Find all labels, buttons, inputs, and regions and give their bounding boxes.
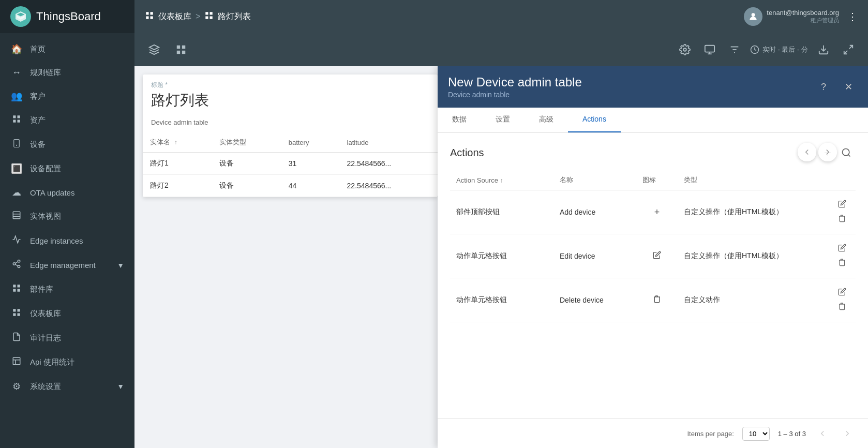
next-widget-button[interactable] — [818, 143, 837, 161]
widget-subtitle: Device admin table — [151, 118, 429, 126]
download-button[interactable] — [814, 40, 833, 59]
search-actions-button[interactable] — [837, 143, 856, 162]
audit-log-icon — [10, 332, 23, 344]
sidebar-item-assets[interactable]: 资产 — [0, 108, 134, 132]
sidebar-item-dashboards[interactable]: 仪表板库 — [0, 302, 134, 326]
sidebar-label-settings: 系统设置 — [30, 382, 117, 392]
svg-rect-3 — [18, 120, 20, 123]
sidebar-item-device-config[interactable]: 🔳 设备配置 — [0, 157, 134, 181]
svg-rect-35 — [177, 46, 180, 49]
items-per-page-select[interactable]: 10 25 50 — [742, 427, 770, 441]
row2-name: Edit device — [553, 234, 636, 278]
help-button[interactable]: ? — [814, 78, 833, 96]
svg-line-53 — [848, 155, 850, 157]
row2-entity-type: 设备 — [212, 175, 281, 197]
fullscreen-button[interactable] — [839, 40, 858, 59]
svg-point-5 — [16, 145, 17, 146]
svg-rect-29 — [206, 12, 208, 14]
sidebar-logo[interactable]: ThingsBoard — [0, 0, 134, 33]
sidebar-label-audit-log: 审计日志 — [30, 333, 124, 343]
sidebar-item-edge-management[interactable]: Edge management ▼ — [0, 253, 134, 277]
sidebar-item-rules[interactable]: ↔ 规则链库 — [0, 61, 134, 84]
prev-page-button[interactable] — [814, 425, 831, 442]
edit-action-1-button[interactable] — [835, 198, 849, 212]
time-text: 实时 - 最后 - 分 — [762, 45, 808, 54]
tab-data[interactable]: 数据 — [438, 108, 481, 132]
delete-action-3-button[interactable] — [835, 300, 849, 315]
sidebar-label-ota: OTA updates — [30, 188, 124, 197]
filter-button[interactable] — [725, 40, 744, 59]
ota-icon: ☁ — [10, 187, 23, 198]
editor-tabs: 数据 设置 高级 Actions — [438, 108, 868, 133]
col-action-source[interactable]: Action Source ↑ — [450, 170, 553, 190]
sidebar-item-entity-view[interactable]: 实体视图 — [0, 204, 134, 229]
svg-rect-2 — [13, 120, 16, 123]
left-widget: 标题 * 路灯列表 Device admin table 实体名 ↑ 实体类型 — [143, 74, 438, 197]
sidebar-item-audit-log[interactable]: 审计日志 — [0, 326, 134, 350]
sidebar-label-api-usage: Api 使用统计 — [30, 357, 124, 367]
widget-tab-label: 标题 * — [151, 81, 429, 89]
time-display[interactable]: 实时 - 最后 - 分 — [750, 45, 808, 54]
sidebar-item-ota[interactable]: ☁ OTA updates — [0, 181, 134, 204]
actions-header: Actions — [450, 143, 856, 162]
tab-advanced[interactable]: 高级 — [525, 108, 568, 132]
row3-type: 自定义动作 — [678, 278, 814, 322]
table-row[interactable]: 路灯1 设备 31 22.5484566... — [143, 153, 438, 175]
breadcrumb-item1[interactable]: 仪表板库 — [158, 11, 191, 22]
svg-line-12 — [15, 264, 18, 266]
edit-action-2-button[interactable] — [835, 242, 849, 256]
sidebar-item-home[interactable]: 🏠 首页 — [0, 37, 134, 61]
avatar — [744, 7, 762, 26]
delete-action-2-button[interactable] — [835, 256, 849, 271]
nav-arrows — [798, 143, 837, 161]
delete-action-1-button[interactable] — [835, 212, 849, 227]
toolbar-right: 实时 - 最后 - 分 — [676, 40, 858, 59]
sidebar-item-devices[interactable]: 设备 — [0, 132, 134, 157]
svg-rect-22 — [13, 357, 20, 365]
next-page-button[interactable] — [839, 425, 856, 442]
sidebar-label-rules: 规则链库 — [30, 68, 124, 78]
user-profile[interactable]: tenant@thingsboard.org 租户管理员 — [744, 7, 839, 26]
row1-name: Add device — [553, 190, 636, 234]
actions-title: Actions — [450, 147, 818, 159]
sidebar-item-edge-instances[interactable]: Edge instances — [0, 229, 134, 253]
col-entity-name[interactable]: 实体名 ↑ — [143, 132, 212, 153]
col-entity-type[interactable]: 实体类型 — [212, 132, 281, 153]
grid-button[interactable] — [172, 40, 190, 59]
sidebar-item-settings[interactable]: ⚙ 系统设置 ▼ — [0, 375, 134, 398]
sidebar-label-device-config: 设备配置 — [30, 164, 124, 174]
tab-settings[interactable]: 设置 — [481, 108, 525, 132]
close-button[interactable]: ✕ — [839, 78, 858, 96]
col-battery[interactable]: battery — [281, 132, 340, 153]
table-row[interactable]: 路灯2 设备 44 22.5484566... — [143, 175, 438, 197]
items-per-page-label: Items per page: — [687, 430, 734, 438]
sidebar-item-api-usage[interactable]: Api 使用统计 — [0, 350, 134, 375]
actions-table: Action Source ↑ 名称 图标 类型 — [450, 170, 856, 322]
api-usage-icon — [10, 356, 23, 368]
row1-entity-type: 设备 — [212, 153, 281, 175]
col-action-type[interactable]: 类型 — [678, 170, 814, 190]
col-action-name[interactable]: 名称 — [553, 170, 636, 190]
settings-button[interactable] — [676, 40, 694, 59]
edit-action-3-button[interactable] — [835, 286, 849, 300]
svg-line-49 — [844, 51, 847, 54]
svg-point-10 — [13, 263, 16, 265]
col-action-icon[interactable]: 图标 — [636, 170, 678, 190]
row3-name: Delete device — [553, 278, 636, 322]
widget-library-icon — [10, 283, 23, 295]
editor-header-right: ? ✕ — [814, 78, 858, 96]
settings-chevron-icon: ▼ — [117, 382, 124, 391]
edit-icon — [653, 251, 661, 261]
breadcrumb-item2[interactable]: 路灯列表 — [218, 11, 251, 22]
sidebar-label-customers: 客户 — [30, 92, 124, 101]
sidebar-label-devices: 设备 — [30, 140, 124, 150]
col-latitude[interactable]: latitude — [340, 132, 438, 153]
entity-alias-button[interactable] — [700, 40, 719, 59]
layers-button[interactable] — [145, 40, 163, 59]
tab-actions[interactable]: Actions — [568, 108, 621, 132]
prev-widget-button[interactable] — [798, 143, 816, 161]
sidebar-item-widget-library[interactable]: 部件库 — [0, 277, 134, 302]
more-options-icon[interactable]: ⋮ — [847, 10, 858, 23]
dashboard-area: 标题 * 路灯列表 Device admin table 实体名 ↑ 实体类型 — [134, 66, 868, 448]
sidebar-item-customers[interactable]: 👥 客户 — [0, 84, 134, 108]
